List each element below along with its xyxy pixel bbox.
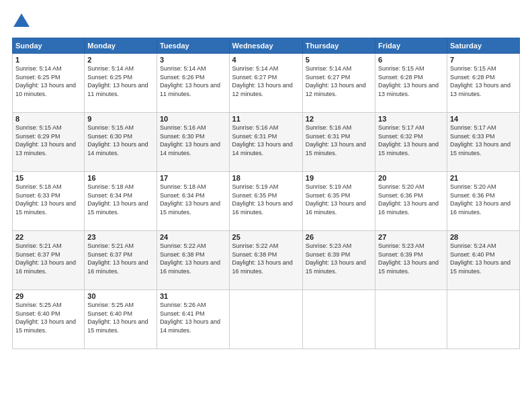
calendar-cell: 2 Sunrise: 5:14 AMSunset: 6:25 PMDayligh… [85, 54, 157, 113]
day-number: 18 [232, 174, 300, 182]
day-number: 31 [160, 292, 226, 300]
day-info: Sunrise: 5:24 AMSunset: 6:40 PMDaylight:… [450, 242, 511, 275]
calendar-header-wednesday: Wednesday [229, 38, 302, 54]
day-info: Sunrise: 5:19 AMSunset: 6:35 PMDaylight:… [232, 183, 293, 216]
calendar-cell: 5 Sunrise: 5:14 AMSunset: 6:27 PMDayligh… [302, 54, 375, 113]
day-info: Sunrise: 5:17 AMSunset: 6:33 PMDaylight:… [450, 124, 511, 156]
day-info: Sunrise: 5:16 AMSunset: 6:31 PMDaylight:… [306, 124, 366, 156]
day-info: Sunrise: 5:18 AMSunset: 6:34 PMDaylight:… [87, 183, 148, 216]
day-info: Sunrise: 5:18 AMSunset: 6:33 PMDaylight:… [15, 183, 76, 216]
day-number: 23 [87, 233, 154, 241]
day-number: 26 [306, 233, 372, 241]
calendar-cell: 14 Sunrise: 5:17 AMSunset: 6:33 PMDaylig… [447, 113, 519, 172]
day-info: Sunrise: 5:25 AMSunset: 6:40 PMDaylight:… [87, 302, 148, 334]
day-number: 25 [232, 233, 300, 241]
calendar-cell: 19 Sunrise: 5:19 AMSunset: 6:35 PMDaylig… [302, 172, 375, 231]
header [12, 12, 520, 31]
calendar-header-friday: Friday [375, 38, 447, 54]
calendar-cell: 7 Sunrise: 5:15 AMSunset: 6:28 PMDayligh… [447, 54, 519, 113]
day-info: Sunrise: 5:15 AMSunset: 6:29 PMDaylight:… [15, 124, 76, 156]
calendar-header-monday: Monday [85, 38, 157, 54]
calendar-cell: 9 Sunrise: 5:15 AMSunset: 6:30 PMDayligh… [85, 113, 157, 172]
calendar-header-tuesday: Tuesday [157, 38, 229, 54]
calendar-header-row: SundayMondayTuesdayWednesdayThursdayFrid… [13, 38, 520, 54]
calendar-cell: 10 Sunrise: 5:16 AMSunset: 6:30 PMDaylig… [157, 113, 229, 172]
calendar-cell: 21 Sunrise: 5:20 AMSunset: 6:36 PMDaylig… [447, 172, 519, 231]
day-number: 28 [450, 233, 517, 241]
calendar-cell: 29 Sunrise: 5:25 AMSunset: 6:40 PMDaylig… [13, 290, 85, 349]
day-number: 4 [232, 56, 300, 64]
day-number: 15 [15, 174, 81, 182]
day-number: 13 [378, 115, 444, 123]
calendar-cell: 4 Sunrise: 5:14 AMSunset: 6:27 PMDayligh… [229, 54, 302, 113]
calendar-cell: 16 Sunrise: 5:18 AMSunset: 6:34 PMDaylig… [85, 172, 157, 231]
calendar-week-4: 22 Sunrise: 5:21 AMSunset: 6:37 PMDaylig… [13, 231, 520, 290]
calendar-cell [229, 290, 302, 349]
day-info: Sunrise: 5:16 AMSunset: 6:30 PMDaylight:… [160, 124, 220, 156]
day-info: Sunrise: 5:26 AMSunset: 6:41 PMDaylight:… [160, 302, 220, 334]
day-number: 24 [160, 233, 226, 241]
day-info: Sunrise: 5:20 AMSunset: 6:36 PMDaylight:… [378, 183, 439, 216]
calendar-cell: 12 Sunrise: 5:16 AMSunset: 6:31 PMDaylig… [302, 113, 375, 172]
calendar-cell: 1 Sunrise: 5:14 AMSunset: 6:25 PMDayligh… [13, 54, 85, 113]
day-number: 3 [160, 56, 226, 64]
day-info: Sunrise: 5:23 AMSunset: 6:39 PMDaylight:… [306, 242, 366, 275]
day-info: Sunrise: 5:14 AMSunset: 6:25 PMDaylight:… [87, 65, 148, 97]
day-number: 21 [450, 174, 517, 182]
day-number: 30 [87, 292, 154, 300]
day-info: Sunrise: 5:14 AMSunset: 6:26 PMDaylight:… [160, 65, 220, 97]
day-info: Sunrise: 5:21 AMSunset: 6:37 PMDaylight:… [15, 242, 76, 275]
day-info: Sunrise: 5:15 AMSunset: 6:30 PMDaylight:… [87, 124, 148, 156]
day-info: Sunrise: 5:25 AMSunset: 6:40 PMDaylight:… [15, 302, 76, 334]
calendar-cell [375, 290, 447, 349]
calendar-header-thursday: Thursday [302, 38, 375, 54]
day-number: 2 [87, 56, 154, 64]
day-number: 12 [306, 115, 372, 123]
calendar-week-2: 8 Sunrise: 5:15 AMSunset: 6:29 PMDayligh… [13, 113, 520, 172]
day-number: 9 [87, 115, 154, 123]
calendar-cell: 17 Sunrise: 5:18 AMSunset: 6:34 PMDaylig… [157, 172, 229, 231]
calendar-week-1: 1 Sunrise: 5:14 AMSunset: 6:25 PMDayligh… [13, 54, 520, 113]
day-number: 27 [378, 233, 444, 241]
calendar-cell: 23 Sunrise: 5:21 AMSunset: 6:37 PMDaylig… [85, 231, 157, 290]
day-number: 14 [450, 115, 517, 123]
day-number: 19 [306, 174, 372, 182]
calendar-cell: 8 Sunrise: 5:15 AMSunset: 6:29 PMDayligh… [13, 113, 85, 172]
day-number: 6 [378, 56, 444, 64]
day-info: Sunrise: 5:22 AMSunset: 6:38 PMDaylight:… [160, 242, 220, 275]
day-number: 20 [378, 174, 444, 182]
calendar-table: SundayMondayTuesdayWednesdayThursdayFrid… [12, 38, 520, 349]
day-number: 7 [450, 56, 517, 64]
day-number: 8 [15, 115, 81, 123]
day-info: Sunrise: 5:18 AMSunset: 6:34 PMDaylight:… [160, 183, 220, 216]
calendar-week-5: 29 Sunrise: 5:25 AMSunset: 6:40 PMDaylig… [13, 290, 520, 349]
logo [12, 12, 34, 31]
calendar-header-sunday: Sunday [13, 38, 85, 54]
day-number: 29 [15, 292, 81, 300]
day-info: Sunrise: 5:17 AMSunset: 6:32 PMDaylight:… [378, 124, 439, 156]
calendar-cell [302, 290, 375, 349]
calendar-cell: 24 Sunrise: 5:22 AMSunset: 6:38 PMDaylig… [157, 231, 229, 290]
calendar-cell: 13 Sunrise: 5:17 AMSunset: 6:32 PMDaylig… [375, 113, 447, 172]
calendar-week-3: 15 Sunrise: 5:18 AMSunset: 6:33 PMDaylig… [13, 172, 520, 231]
logo-icon [12, 12, 31, 31]
calendar-cell: 25 Sunrise: 5:22 AMSunset: 6:38 PMDaylig… [229, 231, 302, 290]
day-info: Sunrise: 5:14 AMSunset: 6:25 PMDaylight:… [15, 65, 76, 97]
page: SundayMondayTuesdayWednesdayThursdayFrid… [0, 0, 532, 411]
calendar-cell [447, 290, 519, 349]
calendar-cell: 22 Sunrise: 5:21 AMSunset: 6:37 PMDaylig… [13, 231, 85, 290]
day-number: 10 [160, 115, 226, 123]
day-info: Sunrise: 5:15 AMSunset: 6:28 PMDaylight:… [450, 65, 511, 97]
day-number: 11 [232, 115, 300, 123]
calendar-cell: 3 Sunrise: 5:14 AMSunset: 6:26 PMDayligh… [157, 54, 229, 113]
calendar-cell: 30 Sunrise: 5:25 AMSunset: 6:40 PMDaylig… [85, 290, 157, 349]
day-number: 5 [306, 56, 372, 64]
day-info: Sunrise: 5:23 AMSunset: 6:39 PMDaylight:… [378, 242, 439, 275]
calendar-cell: 11 Sunrise: 5:16 AMSunset: 6:31 PMDaylig… [229, 113, 302, 172]
calendar-cell: 27 Sunrise: 5:23 AMSunset: 6:39 PMDaylig… [375, 231, 447, 290]
calendar-cell: 26 Sunrise: 5:23 AMSunset: 6:39 PMDaylig… [302, 231, 375, 290]
day-number: 17 [160, 174, 226, 182]
calendar-cell: 20 Sunrise: 5:20 AMSunset: 6:36 PMDaylig… [375, 172, 447, 231]
calendar-header-saturday: Saturday [447, 38, 519, 54]
calendar-cell: 28 Sunrise: 5:24 AMSunset: 6:40 PMDaylig… [447, 231, 519, 290]
